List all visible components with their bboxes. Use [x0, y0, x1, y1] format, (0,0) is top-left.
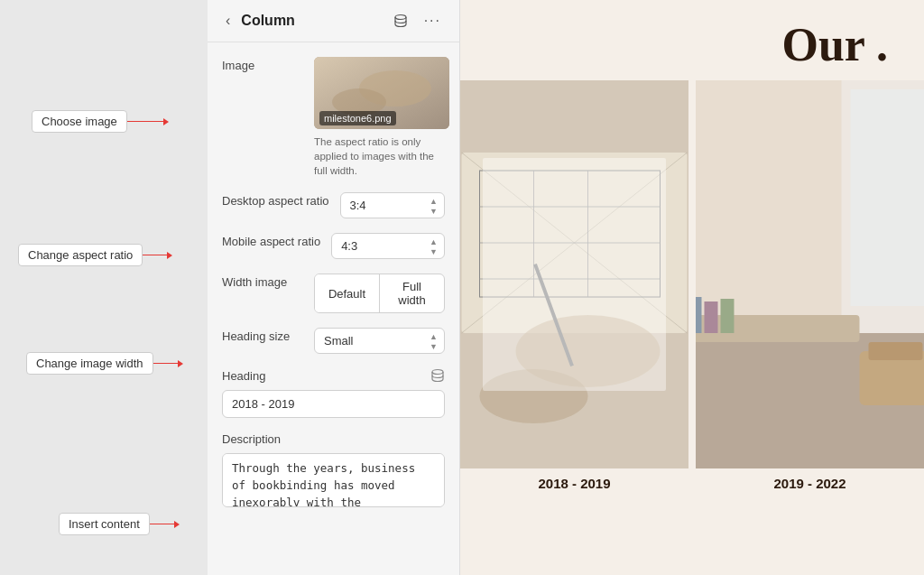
annotation-insert-content: Insert content — [59, 513, 180, 535]
panel-content: Image — [208, 42, 459, 575]
width-image-label: Width image — [222, 274, 303, 289]
preview-heading: Our . — [460, 0, 924, 80]
caption-2018: 2018 - 2019 — [460, 476, 688, 491]
image-helper-text: The aspect ratio is only applied to imag… — [314, 134, 449, 178]
mobile-ratio-label: Mobile aspect ratio — [222, 233, 320, 248]
annotation-arrow — [153, 360, 183, 367]
mobile-ratio-field: 4:3 1:1 3:4 16:9 ▲ ▼ — [331, 233, 445, 259]
preview-area: Our . — [460, 0, 924, 575]
back-icon: ‹ — [226, 13, 230, 29]
width-full-button[interactable]: Full width — [380, 274, 444, 312]
svg-rect-25 — [869, 342, 923, 360]
svg-point-5 — [432, 370, 443, 375]
annotation-label: Change image width — [26, 352, 153, 375]
database-icon — [393, 14, 408, 28]
office-svg — [696, 80, 924, 468]
preview-images — [460, 80, 924, 468]
annotation-choose-image: Choose image — [32, 110, 169, 133]
svg-rect-18 — [533, 264, 574, 366]
svg-rect-7 — [462, 153, 688, 333]
image-field-row: Image — [222, 57, 445, 178]
annotation-label: Insert content — [59, 513, 150, 535]
image-thumbnail[interactable]: milestone6.png — [314, 57, 449, 129]
back-button[interactable]: ‹ — [222, 11, 234, 31]
desktop-ratio-label: Desktop aspect ratio — [222, 192, 329, 208]
mobile-ratio-select-wrapper: 4:3 1:1 3:4 16:9 ▲ ▼ — [331, 233, 445, 259]
heading-input[interactable] — [222, 390, 445, 418]
svg-point-0 — [395, 15, 406, 20]
description-row: Description Through the years, business … — [222, 432, 445, 511]
mobile-ratio-select[interactable]: 4:3 1:1 3:4 16:9 — [331, 233, 445, 259]
heading-label-row: Heading — [222, 368, 445, 383]
annotations-area: Choose image Change aspect ratio Change … — [0, 0, 208, 575]
svg-rect-10 — [480, 171, 661, 297]
heading-field-label: Heading — [222, 369, 265, 383]
panel-title: Column — [241, 13, 295, 29]
width-toggle-group: Default Full width — [314, 274, 445, 313]
width-image-row: Width image Default Full width — [222, 274, 445, 313]
width-image-field: Default Full width — [314, 274, 445, 313]
heading-size-select[interactable]: Small Medium Large — [314, 328, 445, 354]
heading-size-field: Small Medium Large ▲ ▼ — [314, 328, 445, 354]
svg-line-9 — [462, 153, 688, 333]
heading-size-row: Heading size Small Medium Large ▲ ▼ — [222, 328, 445, 354]
annotation-change-aspect-ratio: Change aspect ratio — [18, 244, 172, 266]
image-label: Image — [222, 57, 303, 72]
desktop-ratio-select-wrapper: 3:4 1:1 16:9 4:3 ▲ ▼ — [340, 192, 445, 218]
column-panel: ‹ Column ··· Image — [208, 0, 460, 575]
panel-header-right: ··· — [390, 11, 445, 31]
panel-header: ‹ Column ··· — [208, 0, 459, 42]
annotation-change-image-width: Change image width — [26, 352, 183, 375]
heading-db-icon — [430, 368, 445, 383]
caption-2019: 2019 - 2022 — [696, 476, 924, 491]
svg-rect-21 — [851, 89, 925, 306]
annotation-arrow — [127, 118, 169, 125]
db-icon-button[interactable] — [390, 12, 411, 30]
heading-row: Heading — [222, 368, 445, 418]
svg-rect-27 — [705, 301, 718, 333]
desktop-ratio-field: 3:4 1:1 16:9 4:3 ▲ ▼ — [340, 192, 445, 218]
heading-size-select-wrapper: Small Medium Large ▲ ▼ — [314, 328, 445, 354]
more-icon: ··· — [424, 13, 441, 29]
preview-image-office — [696, 80, 924, 468]
heading-size-label: Heading size — [222, 328, 303, 343]
svg-rect-28 — [721, 299, 735, 333]
description-label: Description — [222, 432, 445, 446]
image-thumbnail-inner: milestone6.png — [314, 57, 449, 129]
desktop-ratio-row: Desktop aspect ratio 3:4 1:1 16:9 4:3 ▲ … — [222, 192, 445, 218]
panel-header-left: ‹ Column — [222, 11, 295, 31]
svg-point-16 — [516, 315, 661, 387]
svg-rect-26 — [696, 297, 702, 333]
svg-rect-23 — [696, 315, 860, 342]
annotation-label: Choose image — [32, 110, 127, 133]
annotation-label: Change aspect ratio — [18, 244, 143, 266]
more-options-button[interactable]: ··· — [420, 11, 445, 31]
mobile-ratio-row: Mobile aspect ratio 4:3 1:1 3:4 16:9 ▲ ▼ — [222, 233, 445, 259]
preview-captions: 2018 - 2019 2019 - 2022 — [460, 468, 924, 491]
desktop-ratio-select[interactable]: 3:4 1:1 16:9 4:3 — [340, 192, 445, 218]
image-field-content: milestone6.png The aspect ratio is only … — [314, 57, 449, 178]
blueprint-svg — [460, 80, 688, 468]
preview-image-blueprint — [460, 80, 688, 468]
width-default-button[interactable]: Default — [315, 274, 380, 312]
svg-line-8 — [462, 153, 688, 333]
annotation-arrow — [143, 252, 172, 259]
annotation-arrow — [150, 521, 180, 528]
image-filename-badge: milestone6.png — [319, 111, 396, 125]
svg-point-17 — [480, 369, 588, 423]
description-textarea[interactable]: Through the years, business of bookbindi… — [222, 453, 445, 507]
